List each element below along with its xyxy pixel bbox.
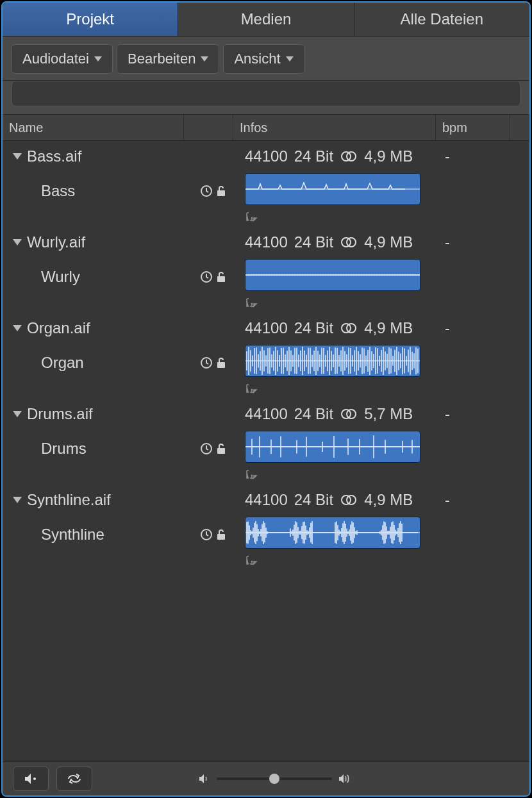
file-block: Wurly.aif 44100 24 Bit 4,9 MB - Wurly: [3, 227, 529, 313]
toolbar-area: Audiodatei Bearbeiten Ansicht: [3, 37, 529, 114]
header-icons[interactable]: [184, 115, 233, 140]
file-row[interactable]: Synthline.aif 44100 24 Bit 4,9 MB -: [3, 485, 529, 515]
tab-medien[interactable]: Medien: [178, 3, 354, 36]
search-input[interactable]: [12, 81, 520, 106]
file-size: 4,9 MB: [364, 147, 413, 165]
volume-high-icon: [338, 773, 353, 785]
bearbeiten-label: Bearbeiten: [128, 51, 195, 67]
svg-rect-27: [217, 534, 225, 540]
lock-open-icon: [215, 270, 227, 283]
region-row[interactable]: Bass: [3, 172, 529, 227]
column-header: Name Infos bpm: [3, 114, 529, 141]
region-row[interactable]: Drums: [3, 429, 529, 485]
waveform[interactable]: [245, 517, 420, 549]
bpm-value: -: [445, 319, 450, 337]
header-extra[interactable]: [510, 115, 529, 140]
sample-rate: 44100: [245, 233, 288, 251]
tab-projekt[interactable]: Projekt: [3, 3, 178, 36]
tab-alle-dateien[interactable]: Alle Dateien: [354, 3, 529, 36]
region-row[interactable]: Organ: [3, 344, 529, 399]
bit-depth: 24 Bit: [294, 233, 333, 251]
anchor-icon: [245, 208, 258, 218]
clock-icon: [200, 442, 213, 455]
anchor-icon: [245, 294, 258, 304]
waveform[interactable]: [245, 345, 420, 377]
waveform[interactable]: [245, 259, 420, 291]
waveform[interactable]: [245, 173, 420, 205]
lock-open-icon: [215, 356, 227, 369]
file-size: 4,9 MB: [364, 491, 413, 509]
anchor-icon: [245, 379, 258, 390]
file-size: 4,9 MB: [364, 319, 413, 337]
anchor-icon: [245, 551, 258, 561]
file-block: Organ.aif 44100 24 Bit 4,9 MB - Organ: [3, 313, 529, 399]
file-block: Drums.aif 44100 24 Bit 5,7 MB - Drums: [3, 399, 529, 485]
file-row[interactable]: Drums.aif 44100 24 Bit 5,7 MB -: [3, 399, 529, 429]
clock-icon: [200, 185, 213, 197]
bpm-value: -: [445, 405, 450, 423]
audiodatei-menu[interactable]: Audiodatei: [12, 44, 113, 74]
header-name[interactable]: Name: [3, 115, 184, 140]
svg-rect-3: [217, 190, 225, 196]
anchor-icon: [245, 465, 258, 476]
volume-low-icon: [199, 774, 210, 784]
loop-button[interactable]: [56, 767, 92, 791]
disclosure-triangle-icon[interactable]: [13, 497, 22, 503]
svg-rect-21: [217, 448, 225, 454]
header-infos[interactable]: Infos: [233, 115, 436, 140]
disclosure-triangle-icon[interactable]: [13, 153, 22, 160]
audiodatei-label: Audiodatei: [22, 51, 89, 67]
stereo-icon: [340, 322, 358, 335]
region-name: Drums: [41, 440, 87, 458]
waveform[interactable]: [245, 431, 420, 463]
sample-rate: 44100: [245, 319, 288, 337]
sample-rate: 44100: [245, 147, 288, 165]
bpm-value: -: [445, 491, 450, 509]
file-row[interactable]: Organ.aif 44100 24 Bit 4,9 MB -: [3, 313, 529, 344]
svg-rect-9: [217, 276, 225, 282]
sample-rate: 44100: [245, 405, 288, 423]
region-name: Bass: [41, 182, 75, 200]
toolbar: Audiodatei Bearbeiten Ansicht: [3, 37, 529, 81]
file-name: Bass.aif: [27, 147, 81, 165]
bpm-value: -: [445, 233, 450, 251]
region-row[interactable]: Wurly: [3, 258, 529, 313]
svg-rect-15: [217, 362, 225, 368]
ansicht-menu[interactable]: Ansicht: [223, 44, 304, 74]
volume-slider[interactable]: [217, 777, 332, 780]
file-name: Wurly.aif: [27, 233, 85, 251]
clock-icon: [200, 270, 213, 283]
region-row[interactable]: Synthline: [3, 515, 529, 570]
loop-icon: [66, 772, 83, 785]
file-name: Synthline.aif: [27, 491, 111, 509]
preview-play-button[interactable]: [13, 767, 49, 791]
slider-thumb[interactable]: [269, 774, 279, 784]
file-block: Synthline.aif 44100 24 Bit 4,9 MB - Synt…: [3, 485, 529, 570]
footer: [3, 761, 529, 795]
bit-depth: 24 Bit: [294, 491, 333, 509]
bpm-value: -: [445, 147, 450, 165]
lock-open-icon: [215, 528, 227, 541]
file-name: Drums.aif: [27, 405, 93, 423]
region-name: Wurly: [41, 268, 80, 286]
disclosure-triangle-icon[interactable]: [13, 325, 22, 331]
file-list[interactable]: Bass.aif 44100 24 Bit 4,9 MB - Bass: [3, 141, 529, 761]
header-bpm[interactable]: bpm: [436, 115, 510, 140]
stereo-icon: [340, 236, 358, 249]
volume-control: [199, 773, 353, 785]
stereo-icon: [340, 150, 358, 163]
disclosure-triangle-icon[interactable]: [13, 411, 22, 417]
lock-open-icon: [215, 442, 227, 455]
file-block: Bass.aif 44100 24 Bit 4,9 MB - Bass: [3, 141, 529, 227]
svg-point-30: [33, 777, 36, 780]
chevron-down-icon: [201, 56, 208, 62]
disclosure-triangle-icon[interactable]: [13, 239, 22, 245]
file-row[interactable]: Bass.aif 44100 24 Bit 4,9 MB -: [3, 141, 529, 172]
file-row[interactable]: Wurly.aif 44100 24 Bit 4,9 MB -: [3, 227, 529, 258]
stereo-icon: [340, 494, 358, 506]
bit-depth: 24 Bit: [294, 147, 333, 165]
project-audio-browser: Projekt Medien Alle Dateien Audiodatei B…: [1, 1, 531, 797]
stereo-icon: [340, 408, 358, 420]
ansicht-label: Ansicht: [234, 51, 280, 67]
bearbeiten-menu[interactable]: Bearbeiten: [117, 44, 219, 74]
